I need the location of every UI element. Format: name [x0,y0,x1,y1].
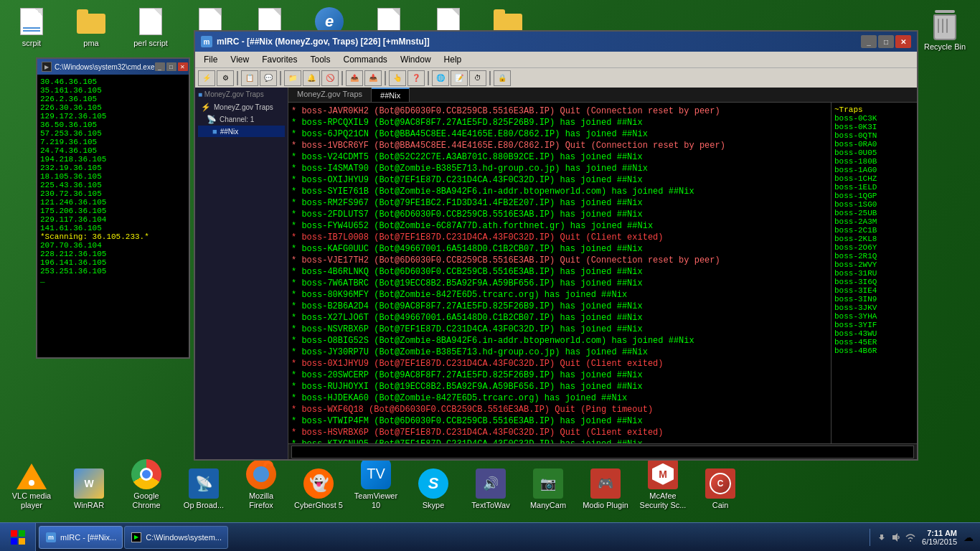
desktop-icon-perl[interactable]: perl script [123,4,179,51]
desktop-icon-mcafee[interactable]: M McAfee Security Sc... [635,456,691,513]
terminal-close[interactable]: ✕ [178,62,188,71]
toolbar-timer[interactable]: ⏱ [469,70,486,86]
user-item: boss-2KL8 [834,235,914,243]
desktop-icon-texttowav[interactable]: 🔊 TextToWav [463,466,519,513]
icon-label-modio: Modio Plugin [583,501,628,510]
toolbar-ignore[interactable]: 🚫 [321,70,339,86]
desktop: scrpit pma perl script [0,0,980,551]
menu-commands[interactable]: Commands [338,53,393,66]
desktop-icon-cyberghost[interactable]: 👻 CyberGhost 5 [291,466,347,513]
taskbar-clock: 7:11 AM 6/19/2015 [919,529,960,546]
toolbar-query[interactable]: 💬 [260,70,277,86]
toolbar-help[interactable]: 🔒 [494,70,511,86]
tray-network-icon [876,532,887,543]
tree-server[interactable]: ⚡ MoneyZ.gov Traps [198,101,285,113]
terminal-line: 129.172.36.105 [40,112,186,121]
user-item: boss-2C1B [834,226,914,235]
taskbar-items: m mIRC - [##Nix... ▶ C:\Windows\system..… [36,523,870,551]
desktop-icon-scrpit[interactable]: scrpit [4,4,60,51]
tree-channel-nix[interactable]: ■ ##Nix [198,126,285,137]
desktop-icon-modio[interactable]: 🎮 Modio Plugin [578,466,633,513]
mirc-input-field[interactable] [291,446,914,458]
desktop-icon-teamviewer[interactable]: TV TeamViewer 10 [348,456,404,513]
taskbar-item-cmd[interactable]: ▶ C:\Windows\system... [124,526,228,549]
icon-label-teamviewer: TeamViewer 10 [351,491,401,510]
terminal-minimize[interactable]: _ [155,62,165,71]
mirc-maximize-button[interactable]: □ [878,35,894,48]
tab-nix[interactable]: ##Nix [372,88,410,102]
menu-tools[interactable]: Tools [305,53,336,66]
clock-date: 6/19/2015 [922,537,957,546]
chat-line: * boss-20SWCERP (Bot@9AC8F8F7.27A1E5FD.8… [291,369,828,381]
user-item: boss-3I6Q [834,278,914,286]
user-item: boss-3IN9 [834,295,914,303]
mirc-userlist: ~Traps boss-0C3K boss-0K3I boss-0QTN bos… [831,103,917,443]
terminal-line: 36.50.36.105 [40,121,186,129]
taskbar-item-mirc[interactable]: m mIRC - [##Nix... [39,526,123,549]
chat-line: * boss-NSVRBX6P (Bot@7EF1E87D.C231D4CA.4… [291,324,828,335]
chat-line: * boss-I4SMAT90 (Bot@Zombie-B385E713.hd-… [291,163,828,174]
desktop-icon-firefox[interactable]: Mozilla Firefox [233,456,289,513]
chat-line: * boss-KAFG0UUC (Bot@49667001.6A5148D0.C… [291,243,828,255]
terminal-line: 226.30.36.105 [40,103,186,112]
toolbar-addr[interactable]: 📁 [284,70,301,86]
chat-line: * boss-X27LJO6T (Bot@49667001.6A5148D0.C… [291,312,828,324]
icon-label-manycam: ManyCam [530,501,566,510]
desktop-icon-cain[interactable]: C Cain [692,466,748,513]
terminal-titlebar-buttons: _ □ ✕ [155,62,188,71]
user-item: boss-1AG0 [834,166,914,174]
user-item: boss-3IE4 [834,286,914,295]
desktop-icon-pma[interactable]: pma [63,4,119,51]
toolbar-finger[interactable]: 👆 [389,70,406,86]
toolbar-servers[interactable]: 🌐 [432,70,449,86]
toolbar-sep-6 [489,71,491,85]
desktop-icon-broad[interactable]: 📡 Op Broad... [176,466,232,513]
desktop-icon-skype[interactable]: S Skype [405,466,461,513]
toolbar-send[interactable]: 📤 [346,70,363,86]
desktop-icon-chrome[interactable]: Google Chrome [118,456,174,513]
toolbar-options[interactable]: ⚙ [217,70,234,86]
chat-line: * boss-V24CDMT5 (Bot@52C22C7E.A3AB701C.8… [291,151,828,163]
terminal-line: 57.253.36.105 [40,129,186,138]
start-button[interactable] [0,523,36,552]
terminal-maximize[interactable]: □ [166,62,176,71]
user-item: boss-2A3M [834,217,914,226]
chat-line: * boss-2FDLUTS7 (Bot@6D6030F0.CCB259CB.5… [291,209,828,220]
mirc-title-text: mIRC - [##Nix (MoneyZ.gov, Traps) [226] … [217,37,430,47]
desktop-icon-manycam[interactable]: 📷 ManyCam [520,466,576,513]
chat-line: * boss-HJDEKA60 (Bot@Zombie-8427E6D5.trc… [291,392,828,404]
menu-help[interactable]: Help [438,53,468,66]
mirc-close-button[interactable]: ✕ [895,35,911,48]
toolbar-recv[interactable]: 📥 [364,70,382,86]
icon-label-winrar: WinRAR [74,501,104,510]
svg-rect-3 [19,538,25,545]
menu-file[interactable]: File [198,53,223,66]
menu-view[interactable]: View [225,53,255,66]
terminal-line: 175.206.36.105 [40,207,186,215]
terminal-line: 229.117.36.104 [40,215,186,224]
toolbar-notify[interactable]: 🔔 [303,70,320,86]
mirc-window: m mIRC - [##Nix (MoneyZ.gov, Traps) [226… [194,30,918,461]
icon-label-texttowav: TextToWav [471,501,509,510]
menu-window[interactable]: Window [395,53,437,66]
user-item: boss-3YHA [834,312,914,321]
mirc-tabs: MoneyZ.gov Traps ##Nix [288,88,917,103]
menu-favorites[interactable]: Favorites [256,53,303,66]
toolbar-channels[interactable]: 📋 [241,70,258,86]
toolbar-connect[interactable]: ⚡ [198,70,215,86]
desktop-icon-vlc[interactable]: VLC media player [4,456,60,513]
mirc-chat-log[interactable]: * boss-JAVR0KH2 (Bot@6D6030F0.CCB259CB.5… [288,103,831,443]
user-item: boss-3YIF [834,321,914,329]
chat-line: * boss-VTWIP4FM (Bot@6D6030F0.CCB259CB.5… [291,415,828,427]
terminal-line: 121.246.36.105 [40,198,186,207]
mirc-minimize-button[interactable]: _ [861,35,877,48]
desktop-icon-recycle-bin[interactable]: Recycle Bin [917,7,973,55]
chat-line: * boss-HSVRBX6P (Bot@7EF1E87D.C231D4CA.4… [291,427,828,438]
tree-channel-root[interactable]: 📡 Channel: 1 [198,113,285,126]
toolbar-whois[interactable]: ❓ [407,70,425,86]
chat-line: * boss-VJE17TH2 (Bot@6D6030F0.CCB259CB.5… [291,255,828,266]
icon-label-pma: pma [83,39,98,48]
desktop-icon-winrar[interactable]: W WinRAR [61,466,117,513]
tab-moneyz[interactable]: MoneyZ.gov Traps [288,88,372,102]
toolbar-scripts[interactable]: 📝 [451,70,468,86]
